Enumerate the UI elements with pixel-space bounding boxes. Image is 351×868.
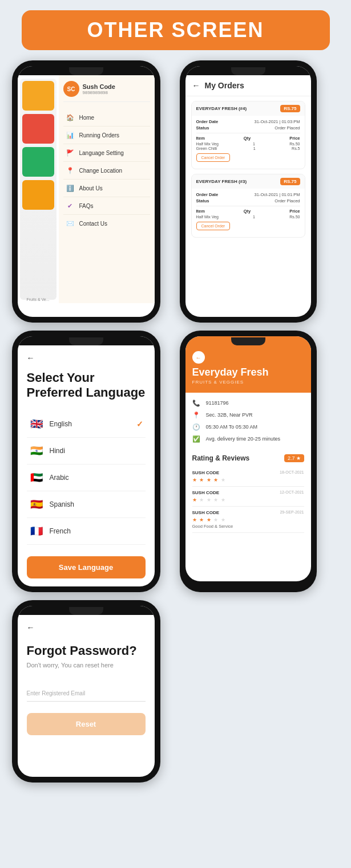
menu-label-running-orders: Running Orders: [79, 132, 120, 138]
menu-label-location: Change Location: [79, 168, 123, 174]
store-name: Everyday Fresh: [192, 367, 304, 378]
flag-icon: 🚩: [66, 148, 75, 157]
review-top-2: SUSH CODE 12-OCT-2021: [192, 490, 304, 495]
store-info: 📞 91181796 📍 Sec. 32B, Near PVR 🕐 05:30 …: [185, 393, 311, 450]
item-qty-1b: 1: [253, 146, 256, 150]
menu-item-home[interactable]: 🏠 Home: [63, 109, 150, 127]
save-language-button[interactable]: Save Language: [27, 556, 146, 578]
menu-item-contact[interactable]: ✉️ Contact Us: [63, 215, 150, 232]
order-table-header-1: Item Qty Price: [196, 133, 300, 141]
menu-item-language-setting[interactable]: 🚩 Language Setting: [63, 144, 150, 162]
flag-spanish: 🇪🇸: [29, 497, 44, 512]
lang-item-french[interactable]: 🇫🇷 French: [27, 518, 146, 545]
order-card-1: EVERYDAY FRESH (#4) RS.75 Order Date 31-…: [191, 101, 305, 169]
ratings-header: Rating & Reviews 2.7 ★: [192, 454, 304, 462]
notch-bar-3: [18, 336, 155, 345]
review-date-3: 29-SEP-2021: [280, 510, 304, 515]
menu-label-language: Language Setting: [79, 150, 124, 156]
review-card-1: SUSH CODE 18-OCT-2021 ★ ★ ★ ★ ★: [192, 467, 304, 487]
cancel-order-btn-1[interactable]: Cancel Order: [196, 153, 231, 162]
order-card-2: EVERYDAY FRESH (#3) RS.75 Order Date 31-…: [191, 174, 305, 238]
notch-5: [69, 607, 103, 615]
email-input-container[interactable]: Enter Registered Email: [27, 686, 146, 702]
phone-icon: 📞: [192, 400, 201, 407]
order-card-header-1: EVERYDAY FRESH (#4) RS.75: [192, 101, 305, 116]
language-back-button[interactable]: ←: [27, 353, 146, 362]
lang-left-hindi: 🇮🇳 Hindi: [29, 443, 65, 458]
sidebar-content: Fruits & Ve... SC Sush Code 9898989898 🏠…: [18, 75, 155, 303]
flag-french: 🇫🇷: [29, 524, 44, 539]
notch-bar-1: [18, 66, 155, 75]
orders-back-button[interactable]: ←: [192, 81, 200, 90]
user-phone: 9898989898: [83, 90, 115, 95]
menu-item-change-location[interactable]: 📍 Change Location: [63, 162, 150, 180]
order-date-row-1: Order Date 31-Oct-2021 | 01:03:PM: [196, 119, 300, 124]
store-delivery: Avg. delivery time 20-25 minutes: [206, 436, 280, 442]
order-status-label-1: Status: [196, 125, 209, 131]
sidebar-left-panel: Fruits & Ve...: [18, 75, 59, 303]
lang-item-arabic[interactable]: 🇦🇪 Arabic: [27, 464, 146, 491]
menu-item-faqs[interactable]: ✔ FAQs: [63, 197, 150, 215]
menu-label-about: About Us: [79, 185, 103, 191]
cancel-order-btn-2[interactable]: Cancel Order: [196, 222, 231, 230]
review-stars-1: ★ ★ ★ ★ ★: [192, 477, 304, 483]
order-status-row-2: Status Order Placed: [196, 198, 300, 203]
user-name: Sush Code: [83, 83, 115, 90]
order-status-label-2: Status: [196, 198, 209, 203]
item-price-1b: Rs.5: [292, 146, 300, 150]
header-title: OTHER SCREEN: [39, 18, 313, 42]
phone-frame-language: ← Select Your Preferred Language 🇬🇧 Engl…: [12, 331, 160, 592]
language-screen-content: ← Select Your Preferred Language 🇬🇧 Engl…: [18, 345, 155, 586]
forgot-subtitle: Don't worry, You can reset here: [27, 662, 146, 669]
star-icon: ★: [296, 455, 301, 461]
lang-item-spanish[interactable]: 🇪🇸 Spanish: [27, 491, 146, 518]
forgot-screen-content: ← Forgot Password? Don't worry, You can …: [18, 615, 155, 743]
lang-left-arabic: 🇦🇪 Arabic: [29, 470, 69, 485]
reset-button[interactable]: Reset: [27, 713, 146, 735]
store-header: ← Everyday Fresh FRUITS & VEGGIES: [185, 345, 311, 393]
item-name-1b: Green Chilli: [196, 146, 217, 150]
item-name-2a: Half Mix Veg: [196, 215, 219, 219]
ratings-section: Rating & Reviews 2.7 ★ SUSH CODE 18-OCT-…: [185, 450, 311, 537]
flag-english: 🇬🇧: [29, 417, 44, 431]
item-price-2a: Rs.50: [289, 215, 300, 219]
order-table-header-2: Item Qty Price: [196, 206, 300, 214]
review-stars-3: ★ ★ ★ ★ ★: [192, 517, 304, 523]
rating-badge: 2.7 ★: [284, 454, 304, 462]
item-price-1a: Rs.50: [289, 142, 300, 146]
phone-screen-orders: ← My Orders EVERYDAY FRESH (#4) RS.75 Or…: [185, 66, 311, 317]
review-top-3: SUSH CODE 29-SEP-2021: [192, 510, 304, 515]
price-col-header-2: Price: [289, 209, 300, 214]
store-delivery-row: ✅ Avg. delivery time 20-25 minutes: [192, 433, 304, 445]
menu-item-about[interactable]: ℹ️ About Us: [63, 180, 150, 197]
notch-bar-5: [18, 606, 155, 615]
orders-header: ← My Orders: [185, 75, 311, 96]
forgot-back-button[interactable]: ←: [27, 623, 146, 632]
address-icon: 📍: [192, 411, 201, 419]
order-details-2: Order Date 31-Oct-2021 | 01:01:PM Status…: [192, 189, 305, 237]
item-qty-1a: 1: [253, 142, 255, 146]
lang-item-hindi[interactable]: 🇮🇳 Hindi: [27, 438, 146, 464]
store-back-button[interactable]: ←: [192, 351, 205, 364]
flag-arabic: 🇦🇪: [29, 470, 44, 485]
notch-bar-2: [185, 66, 311, 75]
store-type: FRUITS & VEGGIES: [192, 380, 304, 385]
mail-icon: ✉️: [66, 219, 75, 228]
phone-screen-store: ← Everyday Fresh FRUITS & VEGGIES 📞 9118…: [185, 336, 311, 581]
review-stars-2: ★ ★ ★ ★ ★: [192, 497, 304, 503]
sidebar-user-info: SC Sush Code 9898989898: [63, 81, 150, 102]
store-address: Sec. 32B, Near PVR: [206, 412, 253, 418]
notch-1: [69, 67, 103, 75]
phone-screen-sidebar: Fruits & Ve... SC Sush Code 9898989898 🏠…: [18, 66, 155, 317]
menu-item-running-orders[interactable]: 📊 Running Orders: [63, 127, 150, 144]
store-phone-row: 📞 91181796: [192, 397, 304, 409]
language-title: Select Your Preferred Language: [27, 370, 146, 401]
phone-frame-orders: ← My Orders EVERYDAY FRESH (#4) RS.75 Or…: [180, 60, 317, 323]
check-icon: ✔: [66, 201, 75, 210]
review-text-3: Good Food & Service: [192, 524, 304, 529]
lang-item-english[interactable]: 🇬🇧 English ✓: [27, 411, 146, 438]
check-english: ✓: [136, 419, 143, 429]
food-thumb-1: [22, 81, 54, 111]
qty-col-header-2: Qty: [244, 209, 251, 214]
lang-name-arabic: Arabic: [50, 474, 69, 482]
